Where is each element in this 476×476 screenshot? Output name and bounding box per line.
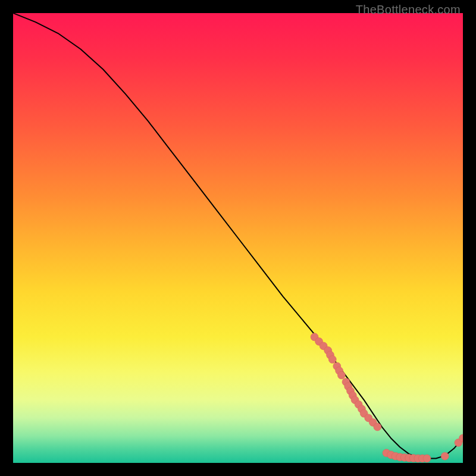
chart-stage: TheBottleneck.com [0, 0, 476, 476]
plot-area [13, 13, 463, 463]
data-markers [311, 333, 463, 462]
data-marker [423, 455, 431, 462]
data-marker [337, 371, 345, 379]
data-marker [441, 452, 449, 460]
bottleneck-curve [13, 13, 463, 458]
watermark-text: TheBottleneck.com [356, 3, 461, 17]
plot-svg [13, 13, 463, 463]
data-marker [374, 423, 381, 431]
data-marker [328, 356, 336, 364]
